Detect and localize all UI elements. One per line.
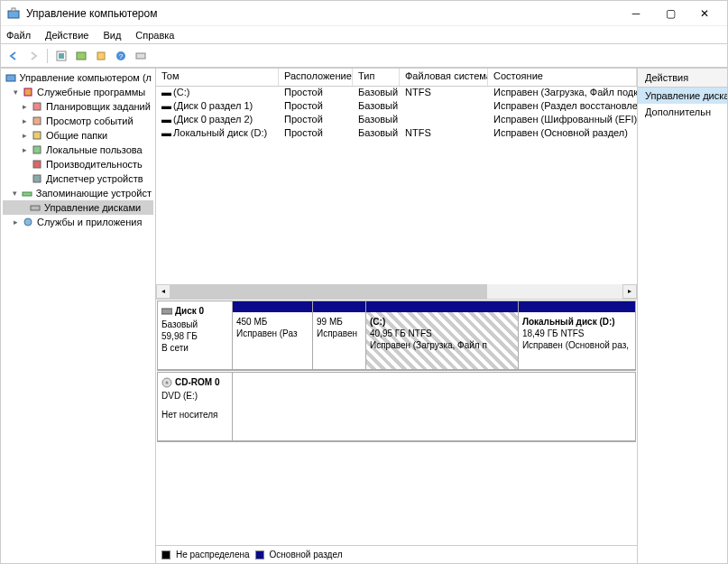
- item-icon: [30, 100, 44, 113]
- svg-point-19: [24, 218, 32, 226]
- svg-rect-11: [33, 103, 41, 110]
- partition-d[interactable]: Локальный диск (D:)18,49 ГБ NTFSИсправен…: [518, 300, 636, 370]
- toolbar-btn-1[interactable]: [52, 47, 70, 65]
- col-fs[interactable]: Файловая система: [400, 69, 488, 86]
- col-volume[interactable]: Том: [156, 69, 279, 86]
- tree-systools-item[interactable]: Производительность: [3, 157, 153, 171]
- svg-rect-4: [77, 52, 86, 60]
- volume-row[interactable]: ▬ (Диск 0 раздел 2)ПростойБазовыйИсправе…: [156, 114, 637, 127]
- refresh-button[interactable]: [72, 47, 90, 65]
- menu-view[interactable]: Вид: [103, 30, 121, 41]
- item-icon: [30, 172, 44, 185]
- center-panel: Том Расположение Тип Файловая система Со…: [156, 69, 637, 563]
- svg-rect-9: [6, 75, 15, 81]
- tree-systools-item[interactable]: ▸Планировщик заданий: [3, 99, 153, 114]
- tree-services[interactable]: ▸ Службы и приложения: [3, 215, 153, 229]
- actions-diskmgmt[interactable]: Управление диска: [638, 88, 727, 104]
- disk-row-0[interactable]: Диск 0 Базовый 59,98 ГБ В сети 450 МБИсп…: [157, 300, 636, 371]
- col-layout[interactable]: Расположение: [279, 69, 353, 86]
- tree-diskmgmt[interactable]: Управление дисками: [3, 200, 153, 215]
- volume-icon: ▬: [161, 114, 170, 125]
- item-icon: [30, 115, 44, 127]
- expand-icon[interactable]: ▸: [19, 116, 30, 125]
- actions-more[interactable]: Дополнительн: [638, 104, 727, 120]
- expand-icon[interactable]: ▸: [19, 145, 30, 154]
- back-button[interactable]: [5, 47, 23, 65]
- tree-systools-item[interactable]: ▸Локальные пользова: [3, 143, 153, 157]
- scroll-left-button[interactable]: ◂: [156, 284, 170, 299]
- disk-icon: [28, 201, 42, 214]
- col-status[interactable]: Состояние: [488, 69, 637, 86]
- titlebar: Управление компьютером ─ ▢ ✕: [1, 1, 727, 26]
- menu-help[interactable]: Справка: [135, 30, 174, 41]
- scroll-thumb[interactable]: [170, 284, 487, 299]
- svg-rect-0: [8, 11, 19, 18]
- tree-root[interactable]: Управление компьютером (л: [3, 70, 153, 85]
- toolbar: ?: [1, 44, 727, 68]
- volume-row[interactable]: ▬ (Диск 0 раздел 1)ПростойБазовыйИсправе…: [156, 100, 637, 114]
- horizontal-scrollbar[interactable]: ◂ ▸: [156, 283, 637, 299]
- volume-list[interactable]: Том Расположение Тип Файловая система Со…: [156, 69, 637, 300]
- cdrom-info[interactable]: CD-ROM 0 DVD (E:) Нет носителя: [157, 372, 233, 441]
- scroll-right-button[interactable]: ▸: [622, 284, 637, 299]
- svg-text:?: ?: [119, 52, 124, 60]
- svg-point-22: [166, 381, 169, 384]
- window-title: Управление компьютером: [26, 7, 619, 20]
- partition-c[interactable]: (C:)40,95 ГБ NTFSИсправен (Загрузка, Фай…: [365, 300, 519, 370]
- actions-panel: Действия Управление диска Дополнительн: [637, 69, 727, 563]
- toolbar-btn-5[interactable]: [132, 47, 150, 65]
- tree-systools[interactable]: ▾ Служебные программы: [3, 85, 153, 99]
- expand-icon[interactable]: ▸: [19, 102, 30, 111]
- svg-rect-18: [31, 206, 40, 210]
- svg-rect-5: [97, 52, 105, 60]
- tools-icon: [21, 86, 35, 98]
- volume-list-header: Том Расположение Тип Файловая система Со…: [156, 69, 637, 87]
- navigation-tree[interactable]: Управление компьютером (л ▾ Служебные пр…: [1, 69, 156, 563]
- partition-0[interactable]: 450 МБИсправен (Раз: [232, 300, 313, 370]
- volume-row[interactable]: ▬ (C:)ПростойБазовыйNTFSИсправен (Загруз…: [156, 87, 637, 100]
- disk-info[interactable]: Диск 0 Базовый 59,98 ГБ В сети: [157, 300, 233, 370]
- volume-icon: ▬: [161, 127, 170, 138]
- svg-rect-14: [33, 146, 41, 153]
- forward-button[interactable]: [24, 47, 42, 65]
- partition-1[interactable]: 99 МБИсправен: [312, 300, 366, 370]
- close-button[interactable]: ✕: [687, 3, 722, 24]
- expand-icon[interactable]: ▸: [19, 131, 30, 140]
- volume-row[interactable]: ▬ Локальный диск (D:)ПростойБазовыйNTFSИ…: [156, 127, 637, 141]
- services-icon: [21, 216, 35, 228]
- disk-graphical-view: Диск 0 Базовый 59,98 ГБ В сети 450 МБИсп…: [156, 300, 637, 545]
- svg-rect-1: [12, 8, 15, 11]
- tree-systools-item[interactable]: ▸Общие папки: [3, 128, 153, 143]
- disk-row-cdrom[interactable]: CD-ROM 0 DVD (E:) Нет носителя: [157, 372, 636, 442]
- expand-icon[interactable]: ▾: [10, 88, 21, 97]
- toolbar-btn-3[interactable]: [92, 47, 110, 65]
- computer-icon: [5, 71, 18, 84]
- legend: Не распределена Основной раздел: [156, 545, 637, 563]
- svg-rect-3: [59, 53, 64, 59]
- menu-action[interactable]: Действие: [45, 30, 88, 41]
- volume-icon: ▬: [161, 100, 170, 111]
- svg-rect-20: [161, 309, 172, 314]
- svg-rect-12: [33, 117, 41, 125]
- disk-icon: [161, 307, 172, 316]
- scroll-track[interactable]: [170, 284, 622, 299]
- storage-icon: [20, 187, 33, 199]
- expand-icon[interactable]: ▸: [10, 217, 21, 227]
- legend-swatch-unallocated: [161, 550, 170, 559]
- svg-rect-8: [136, 53, 145, 59]
- item-icon: [30, 143, 44, 156]
- minimize-button[interactable]: ─: [619, 3, 653, 24]
- cdrom-icon: [161, 377, 172, 388]
- col-type[interactable]: Тип: [353, 69, 400, 86]
- svg-rect-17: [23, 192, 32, 196]
- maximize-button[interactable]: ▢: [653, 3, 687, 24]
- tree-storage[interactable]: ▾ Запоминающие устройст: [3, 186, 153, 200]
- expand-icon[interactable]: ▾: [10, 189, 20, 198]
- help-button[interactable]: ?: [112, 47, 130, 65]
- tree-systools-item[interactable]: ▸Просмотр событий: [3, 114, 153, 128]
- legend-swatch-primary: [255, 550, 264, 559]
- svg-rect-10: [24, 88, 32, 96]
- menu-file[interactable]: Файл: [6, 30, 31, 41]
- item-icon: [30, 129, 44, 142]
- tree-systools-item[interactable]: Диспетчер устройств: [3, 171, 153, 186]
